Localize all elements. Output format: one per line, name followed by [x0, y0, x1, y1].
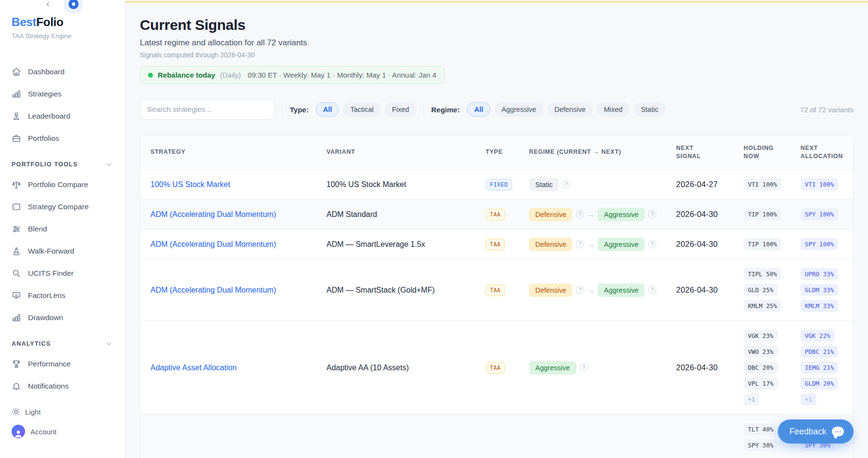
help-icon[interactable]: [648, 210, 656, 218]
sidebar-item-label: Drawdown: [28, 313, 63, 322]
table-row[interactable]: ADM (Accelerating Dual Momentum)ADM — Sm…: [140, 229, 853, 259]
regime-cell: Defensive→Aggressive: [529, 283, 676, 297]
notice-banner-sliver: [125, 0, 868, 2]
next-allocation-cell: SPY 100%: [800, 200, 853, 229]
scales-icon: [12, 180, 21, 189]
regime-current-chip: Aggressive: [529, 361, 576, 375]
help-icon[interactable]: [576, 210, 584, 218]
strategy-cell: ADM (Accelerating Dual Momentum): [150, 210, 326, 219]
feedback-label: Feedback: [789, 427, 827, 437]
strategy-link[interactable]: ADM (Accelerating Dual Momentum): [150, 240, 276, 248]
col-next-allocation: Next Allocation: [800, 144, 853, 161]
collapse-sidebar-button[interactable]: ‹: [46, 0, 56, 9]
type-cell: TAA: [486, 209, 529, 220]
ticker-chip: VGK 23%: [744, 330, 778, 342]
regime-pill-static[interactable]: Static: [634, 102, 665, 117]
panel-icon: [12, 202, 21, 212]
col-holding-now: Holding Now: [744, 144, 800, 161]
logo-dot-button[interactable]: [64, 0, 82, 13]
next-allocation-cell: UPRO 33%GLDM 33%KMLM 33%: [800, 259, 853, 321]
next-signal-cell: 2026-04-27: [676, 180, 744, 189]
help-icon[interactable]: [580, 364, 588, 372]
sidebar-item-drawdown[interactable]: Drawdown: [12, 307, 125, 329]
sidebar-item-portfolios[interactable]: Portfolios: [12, 127, 125, 149]
next-allocation-cell: VGK 22%PDBC 21%IEMG 21%GLDM 20%+1: [800, 321, 853, 414]
table-row[interactable]: 100% US Stock Market100% US Stock Market…: [140, 169, 853, 199]
trophy-icon: [12, 359, 21, 369]
strategy-cell: 100% US Stock Market: [150, 180, 326, 189]
regime-cell: Static: [529, 178, 676, 191]
regime-pill-defensive[interactable]: Defensive: [547, 102, 593, 117]
search-input[interactable]: [140, 99, 275, 120]
regime-pill-mixed[interactable]: Mixed: [597, 102, 630, 117]
sidebar-item-strategies[interactable]: Strategies: [12, 83, 125, 105]
variant-cell: ADM — SmartStack (Gold+MF): [326, 286, 486, 295]
sidebar-item-factorlens[interactable]: FactorLens: [12, 284, 125, 307]
regime-pill-all[interactable]: All: [467, 102, 490, 117]
page-subtitle: Latest regime and allocation for all 72 …: [140, 38, 854, 48]
ticker-chip: TIP 100%: [744, 238, 781, 250]
col-variant: Variant: [326, 148, 486, 157]
account-button[interactable]: Account: [12, 420, 125, 443]
type-cell: TAA: [486, 239, 529, 250]
sidebar-item-walk-forward[interactable]: Walk-Forward: [12, 240, 125, 262]
sidebar-item-dashboard[interactable]: Dashboard: [12, 61, 125, 83]
regime-current-chip: Static: [529, 178, 559, 191]
next-allocation-cell: VTI 100%: [800, 170, 853, 199]
ticker-chip: VWO 23%: [744, 346, 778, 358]
portfolio-tools-items: Portfolio Compare Strategy Compare Blend…: [12, 174, 125, 329]
section-analytics[interactable]: ANALYTICS: [12, 338, 125, 349]
type-badge: TAA: [486, 362, 505, 374]
arrow-right-icon: →: [587, 241, 594, 248]
help-icon[interactable]: [648, 240, 656, 248]
strategy-link[interactable]: ADM (Accelerating Dual Momentum): [150, 210, 276, 218]
strategy-link[interactable]: Adaptive Asset Allocation: [150, 364, 237, 372]
strategy-link[interactable]: ADM (Accelerating Dual Momentum): [150, 286, 276, 294]
page-title: Current Signals: [140, 17, 854, 33]
table-row[interactable]: TLT 40%SPY 30%SPY 30%: [140, 414, 853, 458]
sidebar-item-ucits-finder[interactable]: UCITS Finder: [12, 262, 125, 284]
help-icon[interactable]: [562, 180, 570, 189]
ticker-chip: SPY 100%: [800, 208, 838, 220]
sidebar-item-leaderboard[interactable]: Leaderboard: [12, 105, 125, 127]
table-row[interactable]: ADM (Accelerating Dual Momentum)ADM Stan…: [140, 199, 853, 229]
brand-primary: Best: [12, 15, 36, 28]
ticker-chip: PDBC 21%: [800, 346, 838, 358]
sidebar-item-portfolio-compare[interactable]: Portfolio Compare: [12, 174, 125, 196]
sidebar-item-label: Walk-Forward: [28, 247, 74, 256]
podium-icon: [12, 111, 21, 121]
theme-toggle[interactable]: Light: [12, 403, 125, 420]
divider: [282, 103, 283, 116]
help-icon[interactable]: [576, 286, 584, 294]
type-cell: TAA: [486, 362, 529, 374]
next-allocation-cell: SPY 100%: [800, 229, 853, 259]
regime-pill-aggressive[interactable]: Aggressive: [494, 102, 543, 117]
table-row[interactable]: ADM (Accelerating Dual Momentum)ADM — Sm…: [140, 259, 853, 321]
sidebar-item-strategy-compare[interactable]: Strategy Compare: [12, 196, 125, 218]
regime-pills: All Aggressive Defensive Mixed Static: [467, 102, 665, 117]
avatar: [12, 425, 25, 438]
sidebar-item-label: Blend: [28, 225, 47, 233]
ticker-chip: VPL 17%: [744, 377, 778, 390]
type-pill-all[interactable]: All: [316, 102, 339, 117]
type-pill-fixed[interactable]: Fixed: [385, 102, 416, 117]
type-badge: TAA: [486, 209, 505, 220]
regime-current-chip: Defensive: [529, 208, 572, 221]
type-badge: FIXED: [486, 179, 512, 190]
table-row[interactable]: Adaptive Asset AllocationAdaptive AA (10…: [140, 321, 853, 414]
section-portfolio-tools[interactable]: PORTFOLIO TOOLS: [12, 159, 125, 170]
help-icon[interactable]: [576, 240, 584, 248]
holding-now-cell: TIP 100%: [744, 200, 800, 229]
sidebar-item-performance[interactable]: Performance: [12, 353, 125, 375]
strategy-link[interactable]: 100% US Stock Market: [150, 180, 230, 189]
help-icon[interactable]: [648, 286, 656, 294]
bar-chart-icon: [12, 89, 21, 99]
ticker-chip: DBC 20%: [744, 362, 778, 374]
ticker-chip: GLD 25%: [744, 284, 778, 296]
feedback-button[interactable]: Feedback: [778, 419, 854, 444]
sidebar-item-blend[interactable]: Blend: [12, 218, 125, 240]
type-pill-tactical[interactable]: Tactical: [343, 102, 380, 117]
chevron-down-icon: [106, 340, 112, 347]
sidebar-item-notifications[interactable]: Notifications: [12, 375, 125, 397]
regime-next-chip: Aggressive: [597, 238, 645, 251]
